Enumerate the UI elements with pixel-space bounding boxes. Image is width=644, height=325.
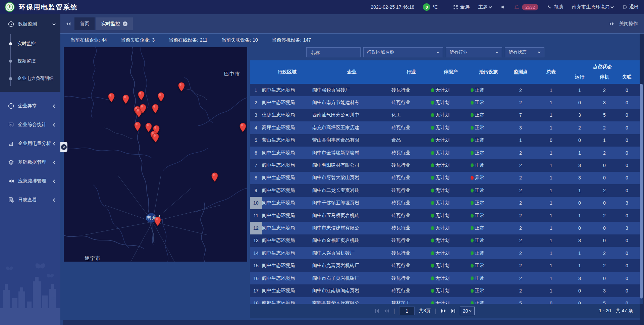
region-filter-select[interactable]: 行政区域名称 (363, 47, 443, 57)
sidebar-item-enterprise-stats[interactable]: 企业综合统计 (0, 115, 60, 134)
col-industry: 行业 (391, 60, 431, 84)
cell-company: 阆中市忠信建材有限公 (312, 222, 391, 234)
mute-button[interactable] (501, 5, 505, 9)
org-dropdown[interactable]: 南充市生态环境局 (572, 4, 614, 10)
scrollbar-thumb[interactable] (640, 84, 643, 299)
cell-total-meters: 1 (535, 172, 567, 184)
cell-lost: 3 (617, 197, 637, 209)
status-dot-icon (471, 251, 474, 255)
cell-stop-status: 无计划 (431, 209, 471, 222)
sidebar-item-power-analysis[interactable]: 企业用电量分析 (0, 134, 60, 153)
map-pin-icon[interactable] (154, 217, 161, 226)
notification-button[interactable]: 2632 (514, 4, 538, 10)
cell-facility-status: 正常 (471, 247, 506, 259)
last-page-button[interactable] (450, 309, 456, 313)
double-right-arrow-icon[interactable] (609, 22, 614, 26)
name-filter-input[interactable] (310, 50, 357, 55)
map-pin-icon[interactable] (158, 92, 164, 102)
map-pin-icon[interactable] (178, 82, 185, 92)
next-page-button[interactable] (440, 309, 446, 313)
map-pin-icon[interactable] (108, 93, 115, 102)
sidebar-item-data-monitoring[interactable]: 数据监测 (0, 14, 60, 34)
table-row[interactable]: 3仪陇生态环境局西南油气田分公司川中化工无计划正常71350 (250, 109, 640, 121)
table-row[interactable]: 7阆中生态环境局阆中明阳建材有限公司砖瓦行业无计划正常21300 (250, 159, 640, 171)
status-dot-icon (471, 289, 474, 293)
map-pin-icon[interactable] (138, 91, 145, 100)
cell-region: 阆中生态环境局 (262, 209, 312, 222)
sidebar-item-enterprise-abnormal[interactable]: 企业异常 (0, 97, 60, 115)
tabs-scroll-left-button[interactable] (66, 22, 71, 26)
cell-facility-status: 正常 (471, 284, 506, 297)
sidebar-item-emergency-reduction[interactable]: 应急减排管理 (0, 172, 60, 191)
sidebar-item-power-load-detail[interactable]: 企业电力负荷明细 (0, 70, 60, 87)
gis-map[interactable]: 巴中市南充市遂宁市 (64, 47, 247, 262)
table-row[interactable]: 9阆中生态环境局阆中市二龙长宝页岩砖砖瓦行业无计划正常21120 (250, 184, 640, 197)
first-page-icon (374, 309, 380, 313)
sidebar-item-video-monitoring[interactable]: 视频监控 (0, 52, 60, 70)
map-pin-icon[interactable] (134, 122, 141, 131)
sidebar-item-realtime-monitoring[interactable]: 实时监控 (0, 35, 60, 52)
cell-region: 阆中生态环境局 (262, 259, 312, 272)
cell-stop-status: 无计划 (431, 247, 471, 259)
table-row[interactable]: 12阆中生态环境局阆中市忠信建材有限公砖瓦行业无计划正常21003 (250, 222, 640, 234)
theme-dropdown[interactable]: 主题 (478, 4, 492, 10)
sidebar-item-basic-data[interactable]: 基础数据管理 (0, 153, 60, 172)
cell-total-meters: 1 (535, 259, 567, 272)
industry-filter-select[interactable]: 所有行业 (446, 47, 502, 57)
cell-region: 阆中生态环境局 (262, 222, 312, 234)
page-title: 环保用电监管系统 (19, 3, 78, 12)
table-row[interactable]: 5营山生态环境局营山县润丰肉食品有限食品无计划正常10010 (250, 134, 640, 147)
table-row[interactable]: 10阆中生态环境局阆中千佛镇五郎垭页岩砖瓦行业无计划正常21003 (250, 197, 640, 209)
close-icon[interactable]: ✕ (123, 21, 127, 26)
table-row[interactable]: 16阆中生态环境局阆中市石子页岩机砖厂砖瓦行业无计划正常21300 (250, 272, 640, 284)
tab-home[interactable]: 首页 (74, 17, 95, 30)
map-pin-icon[interactable] (152, 104, 159, 113)
table-row[interactable]: 11阆中生态环境局阆中市五马桥页岩机砖砖瓦行业无计划正常21120 (250, 209, 640, 222)
close-operations-dropdown[interactable]: 关闭操作 (619, 21, 638, 27)
table-row[interactable]: 6阆中生态环境局阆中市金博瑞新型墙材砖瓦行业无计划正常21120 (250, 147, 640, 159)
cell-stop-status: 无计划 (431, 121, 471, 134)
cell-stopped: 0 (592, 159, 617, 171)
cell-company: 阆中市金福旺页岩机砖 (312, 234, 391, 247)
table-row[interactable]: 17阆中生态环境局阆中市江南镇阆南页岩砖瓦行业无计划正常21030 (250, 284, 640, 297)
first-page-button[interactable] (374, 309, 380, 313)
cell-stopped: 2 (592, 209, 617, 222)
cell-monitor-points: 2 (506, 284, 535, 297)
map-pin-icon[interactable] (152, 133, 159, 143)
table-row[interactable]: 14阆中生态环境局阆中大兴页岩机砖厂砖瓦行业无计划正常21120 (250, 247, 640, 259)
table-row[interactable]: 15阆中生态环境局阆中市光富页岩机砖厂砖瓦行业无计划正常21120 (250, 259, 640, 272)
table-scrollbar[interactable] (640, 84, 643, 304)
cell-monitor-points: 2 (506, 272, 535, 284)
page-size-select[interactable]: 20 (460, 307, 475, 315)
map-pin-icon[interactable] (239, 123, 246, 132)
cell-stop-status: 无计划 (431, 259, 471, 272)
status-dot-icon (471, 188, 474, 193)
status-filter-select[interactable]: 所有状态 (505, 47, 544, 57)
status-dot-icon (471, 226, 474, 230)
table-row[interactable]: 8阆中生态环境局阆中市枣碧大梁山页岩砖瓦行业无计划异常21300 (250, 172, 640, 184)
tab-realtime-monitoring[interactable]: 实时监控 ✕ (96, 17, 133, 30)
table-row[interactable]: 4高坪生态环境局南充市高坪区王家店建砖瓦行业无计划正常31220 (250, 121, 640, 134)
table-row[interactable]: 1阆中生态环境局阆中强锐页岩砖厂砖瓦行业无计划正常21120 (250, 84, 640, 96)
fullscreen-button[interactable]: 全屏 (453, 4, 470, 10)
table-header: 行政区域 企业 行业 停限产 治污设施 监测点 总表 点位状态 运行 停机 失联 (250, 60, 640, 84)
map-pin-icon[interactable] (211, 172, 218, 182)
sidebar-item-log-view[interactable]: 日志查看 (0, 191, 60, 209)
cell-total-meters: 1 (535, 284, 567, 297)
logout-button[interactable]: 退出 (623, 4, 639, 10)
cell-running: 3 (567, 109, 592, 121)
table-row[interactable]: 13阆中生态环境局阆中市金福旺页岩机砖砖瓦行业无计划正常21300 (250, 234, 640, 247)
map-pin-icon[interactable] (140, 104, 146, 113)
table-row[interactable]: 2阆中生态环境局阆中市南方节能建材有砖瓦行业无计划正常21030 (250, 96, 640, 109)
status-dot-icon (431, 138, 434, 142)
sidebar-collapse-handle[interactable] (60, 142, 67, 152)
prev-page-button[interactable] (384, 309, 390, 313)
map-pin-icon[interactable] (122, 95, 129, 104)
table-row[interactable]: 18南部生态环境局南部县建华木沅有限公建材加工无计划正常50050 (250, 297, 640, 304)
help-button[interactable]: 帮助 (547, 4, 563, 10)
cell-facility-status: 正常 (471, 134, 506, 147)
page-number-input[interactable] (399, 307, 415, 315)
cell-lost: 0 (617, 84, 637, 96)
cell-region: 阆中生态环境局 (262, 96, 312, 109)
total-pages-label: 共3页 (419, 308, 431, 314)
